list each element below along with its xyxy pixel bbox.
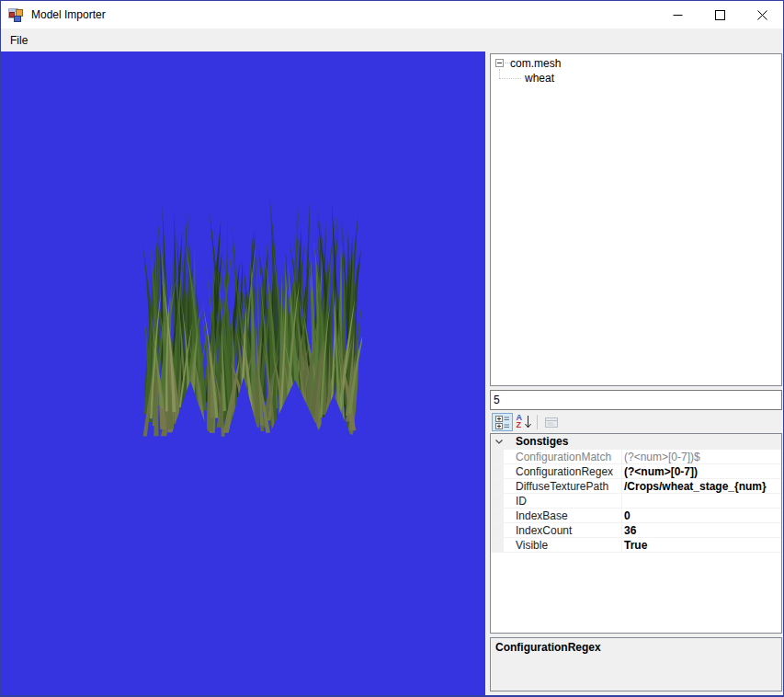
close-button[interactable] — [741, 1, 783, 29]
property-name[interactable]: DiffuseTexturePath — [504, 479, 622, 493]
property-name[interactable]: IndexCount — [504, 523, 622, 537]
value-input[interactable] — [490, 390, 782, 410]
alphabetical-sort-button[interactable]: A Z — [513, 413, 534, 431]
menubar: File — [1, 29, 783, 51]
property-grid: Sonstiges ConfigurationMatch (?<num>[0-7… — [490, 433, 782, 634]
row-gutter — [491, 523, 504, 537]
caption-buttons — [656, 1, 783, 29]
tree-node-child[interactable]: wheat — [491, 71, 781, 86]
property-value[interactable]: (?<num>[0-7]) — [622, 464, 781, 478]
wheat-model-svg — [137, 188, 362, 438]
tree-node-label[interactable]: wheat — [525, 71, 554, 86]
collapse-icon[interactable] — [495, 59, 504, 67]
property-row[interactable]: DiffuseTexturePath /Crops/wheat_stage_{n… — [491, 479, 781, 494]
categorized-button[interactable] — [492, 413, 513, 431]
property-name[interactable]: ConfigurationMatch — [504, 450, 622, 463]
property-name[interactable]: ID — [504, 494, 622, 508]
property-row[interactable]: IndexCount 36 — [491, 523, 781, 538]
property-rows: ConfigurationMatch (?<num>[0-7])$ Config… — [491, 450, 781, 553]
property-value[interactable]: 36 — [622, 523, 781, 537]
property-value[interactable]: 0 — [622, 508, 781, 522]
model-tree: com.mesh wheat — [490, 53, 782, 386]
maximize-button[interactable] — [699, 1, 741, 29]
description-title: ConfigurationRegex — [495, 641, 777, 654]
property-row[interactable]: ID — [491, 494, 781, 508]
close-icon — [757, 10, 767, 20]
model-viewport[interactable] — [1, 51, 485, 695]
tree-node-root[interactable]: com.mesh — [491, 56, 781, 71]
row-gutter — [491, 479, 504, 493]
property-value[interactable] — [622, 494, 781, 508]
property-name[interactable]: ConfigurationRegex — [504, 464, 622, 478]
alphabetical-sort-icon: A Z — [517, 415, 531, 429]
minimize-icon — [673, 10, 683, 20]
app-window: Model Importer File com.mesh — [0, 0, 784, 697]
property-grid-toolbar: A Z — [490, 412, 782, 432]
row-gutter — [491, 450, 504, 463]
toolbar-separator — [537, 415, 538, 429]
property-row[interactable]: Visible True — [491, 538, 781, 553]
property-category-row[interactable]: Sonstiges — [491, 434, 781, 450]
tree-node-label[interactable]: com.mesh — [510, 56, 561, 71]
app-icon — [8, 7, 23, 22]
property-row[interactable]: ConfigurationMatch (?<num>[0-7])$ — [491, 450, 781, 464]
menu-file[interactable]: File — [1, 29, 37, 51]
property-value[interactable]: True — [622, 538, 781, 552]
row-gutter — [491, 494, 504, 508]
maximize-icon — [715, 10, 725, 20]
property-name[interactable]: IndexBase — [504, 508, 622, 522]
property-row[interactable]: ConfigurationRegex (?<num>[0-7]) — [491, 464, 781, 479]
minimize-button[interactable] — [656, 1, 699, 29]
property-value[interactable]: (?<num>[0-7])$ — [622, 450, 781, 463]
titlebar[interactable]: Model Importer — [1, 1, 783, 29]
categorized-icon — [495, 415, 510, 429]
category-label: Sonstiges — [506, 434, 568, 449]
window-title: Model Importer — [31, 8, 106, 21]
description-panel: ConfigurationRegex — [490, 637, 782, 691]
property-row[interactable]: IndexBase 0 — [491, 508, 781, 523]
row-gutter — [491, 464, 504, 478]
property-pages-button — [540, 413, 562, 431]
property-pages-icon — [544, 415, 559, 429]
category-chevron-icon[interactable] — [491, 434, 506, 449]
property-value[interactable]: /Crops/wheat_stage_{num} — [622, 479, 781, 493]
row-gutter — [491, 508, 504, 522]
row-gutter — [491, 538, 504, 552]
property-name[interactable]: Visible — [504, 538, 622, 552]
